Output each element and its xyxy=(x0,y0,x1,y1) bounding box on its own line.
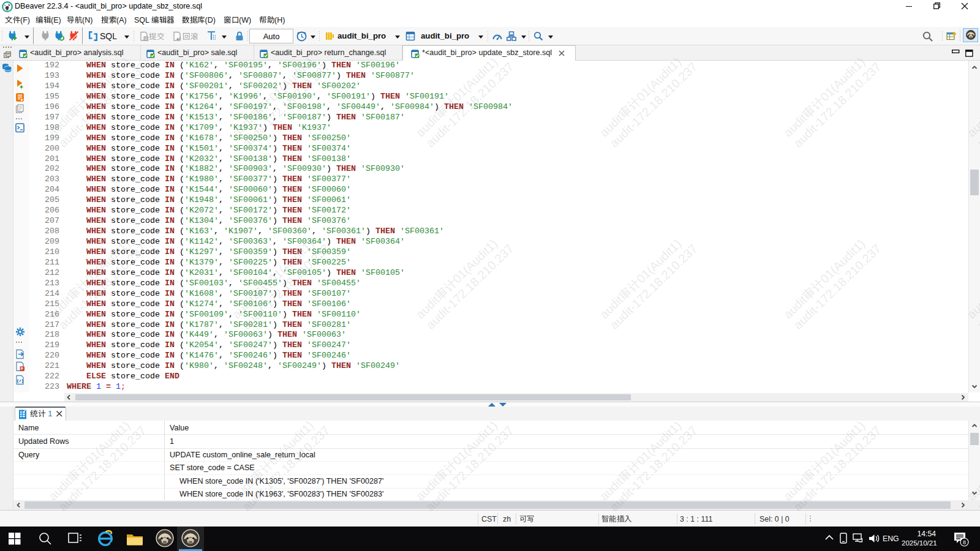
svg-text:8: 8 xyxy=(963,539,966,545)
